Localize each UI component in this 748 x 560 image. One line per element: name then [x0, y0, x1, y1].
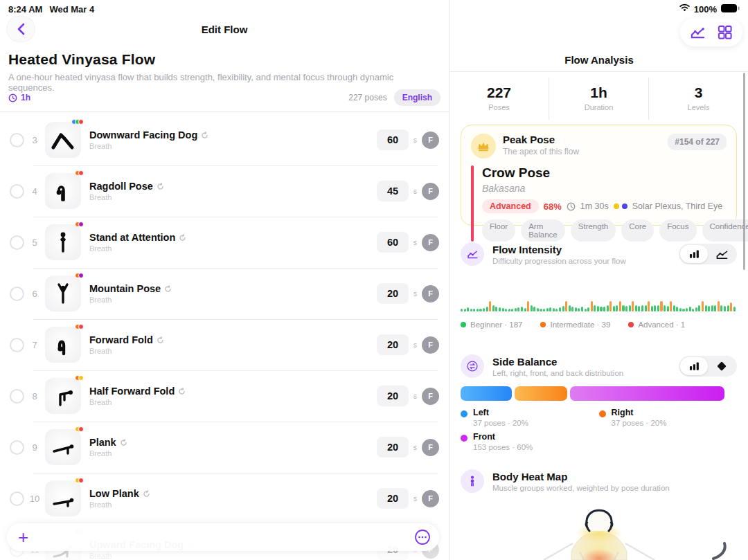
- bar-view-button[interactable]: [680, 245, 708, 263]
- legend-dot: [461, 410, 467, 417]
- select-radio[interactable]: [10, 389, 24, 404]
- intensity-bar: [486, 307, 488, 311]
- duration-unit: s: [413, 495, 417, 503]
- flow-marker-button[interactable]: F: [422, 234, 439, 251]
- line-chart-icon[interactable]: [690, 24, 706, 40]
- flow-duration-label: 1h: [21, 93, 30, 102]
- intensity-bar: [603, 307, 605, 311]
- flow-marker-button[interactable]: F: [422, 336, 439, 354]
- duration-input[interactable]: 20: [377, 437, 409, 458]
- intensity-bar: [495, 307, 497, 311]
- intensity-bar: [531, 305, 533, 311]
- balance-legend-item: Left37 poses · 20%: [461, 408, 599, 427]
- intensity-title: Flow Intensity: [492, 244, 679, 255]
- legend-item: Intermediate · 39: [540, 320, 610, 329]
- flow-marker-button[interactable]: F: [422, 132, 439, 149]
- bar-chart-icon: [689, 249, 700, 259]
- legend-detail: 37 poses · 20%: [473, 419, 528, 427]
- duration-input[interactable]: 45: [377, 181, 409, 201]
- pose-row[interactable]: 8 Half Forward Fold Breath 20 s F: [0, 370, 449, 422]
- intensity-bar: [508, 309, 510, 311]
- more-options-button[interactable]: [414, 529, 431, 545]
- diamond-view-button[interactable]: [708, 357, 736, 375]
- chakra-badge: [77, 478, 84, 483]
- duration-input[interactable]: 60: [377, 129, 409, 150]
- intensity-bar: [585, 309, 587, 311]
- select-radio[interactable]: [10, 184, 24, 199]
- duration-input[interactable]: 20: [377, 334, 409, 355]
- pose-row[interactable]: 6 Mountain Pose Breath 20 s F: [0, 268, 449, 319]
- flow-marker-button[interactable]: F: [422, 285, 439, 302]
- chakra-badge: [77, 426, 84, 432]
- pose-name: Plank: [89, 437, 116, 448]
- intensity-bar: [667, 306, 669, 311]
- flow-marker-button[interactable]: F: [422, 490, 439, 507]
- pose-row[interactable]: 3 Downward Facing Dog Breath 60 s F: [0, 114, 449, 165]
- pose-list: 3 Downward Facing Dog Breath 60 s F 4 Ra…: [0, 114, 449, 560]
- intensity-bar: [546, 308, 549, 311]
- chakra-badge: [73, 119, 84, 125]
- intensity-bar: [654, 305, 656, 311]
- intensity-bar: [718, 301, 720, 311]
- balance-view-toggle: [679, 356, 737, 377]
- language-badge[interactable]: English: [394, 89, 440, 106]
- select-radio[interactable]: [10, 338, 24, 352]
- legend-item: Advanced · 1: [628, 320, 685, 329]
- select-radio[interactable]: [10, 235, 24, 250]
- intensity-bar: [517, 307, 519, 311]
- intensity-bar: [555, 309, 558, 311]
- intensity-bar-chart: [461, 298, 736, 311]
- select-radio[interactable]: [10, 133, 24, 147]
- pose-row[interactable]: 10 Low Plank Breath 20 s F: [0, 473, 449, 524]
- sync-icon: [164, 285, 172, 293]
- intensity-bar: [477, 309, 479, 311]
- intensity-bar: [543, 309, 545, 311]
- intensity-bar: [670, 301, 672, 311]
- intensity-bar: [720, 305, 722, 311]
- intensity-bar: [705, 305, 707, 311]
- peak-pose-subtitle: The apex of this flow: [503, 147, 668, 156]
- duration-unit: s: [413, 136, 417, 144]
- flow-marker-button[interactable]: F: [422, 388, 439, 405]
- duration-input[interactable]: 20: [377, 283, 409, 304]
- select-radio[interactable]: [10, 491, 24, 506]
- add-pose-button[interactable]: +: [15, 528, 31, 546]
- pose-row[interactable]: 9 Plank Breath 20 s F: [0, 422, 449, 473]
- heatmap-title: Body Heat Map: [492, 471, 737, 482]
- select-radio[interactable]: [10, 287, 24, 301]
- legend-item: Beginner · 187: [461, 320, 522, 329]
- intensity-bar: [692, 309, 694, 311]
- intensity-bar: [569, 305, 571, 311]
- scrollbar[interactable]: [743, 73, 745, 270]
- intensity-bar: [698, 305, 700, 311]
- duration-input[interactable]: 60: [377, 232, 409, 253]
- duration-input[interactable]: 20: [377, 488, 409, 509]
- divider: [0, 111, 449, 112]
- figure-arm-curve: [708, 542, 729, 560]
- pose-row[interactable]: 7 Forward Fold Breath 20 s F: [0, 319, 449, 370]
- line-view-button[interactable]: [708, 245, 736, 263]
- intensity-bar: [622, 305, 624, 311]
- legend-detail: 153 poses · 60%: [473, 443, 533, 451]
- intensity-bar: [515, 308, 517, 311]
- intensity-bar: [651, 306, 653, 311]
- duration-input[interactable]: 20: [377, 386, 409, 406]
- intensity-bar: [473, 309, 475, 311]
- intensity-bar: [540, 309, 542, 311]
- legend-detail: 37 poses · 20%: [612, 419, 667, 427]
- stat-label: Poses: [449, 103, 549, 111]
- pose-subtitle: Breath: [89, 296, 377, 304]
- peak-meta-row: Advanced 68% 1m 30s Solar Plexus, Third …: [482, 199, 748, 213]
- balance-subtitle: Left, right, front, and back distributio…: [492, 369, 679, 377]
- stat-duration: 1hDuration: [549, 78, 648, 120]
- select-radio[interactable]: [10, 440, 24, 455]
- pose-row[interactable]: 5 Stand at Attention Breath 60 s F: [0, 217, 449, 268]
- bar-view-button[interactable]: [680, 357, 708, 375]
- flow-marker-button[interactable]: F: [422, 439, 439, 456]
- flow-marker-button[interactable]: F: [422, 183, 439, 200]
- grid-icon[interactable]: [717, 24, 733, 40]
- pose-row[interactable]: 4 Ragdoll Pose Breath 45 s F: [0, 165, 449, 217]
- intensity-bar: [641, 305, 643, 311]
- pose-subtitle: Breath: [89, 398, 377, 406]
- intensity-bar: [575, 307, 577, 311]
